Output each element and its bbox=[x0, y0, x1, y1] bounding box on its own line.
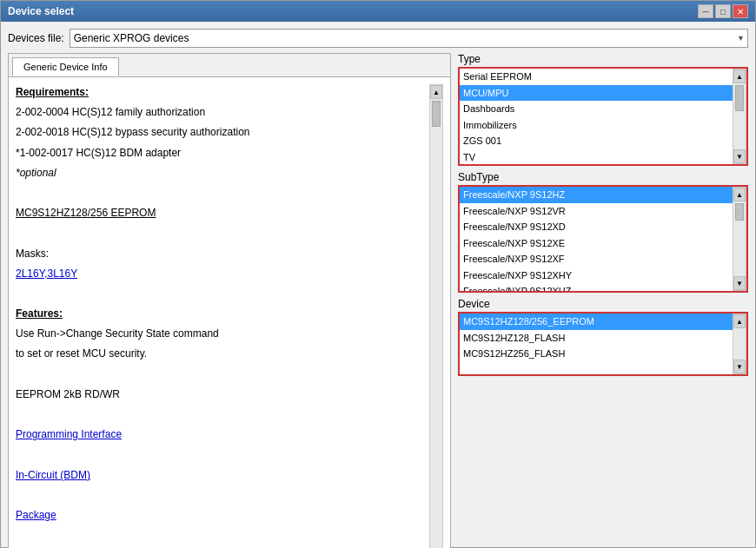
type-item-dashboards[interactable]: Dashboards bbox=[460, 101, 733, 117]
subtype-item-9s12xd[interactable]: Freescale/NXP 9S12XD bbox=[460, 219, 733, 235]
devices-file-label: Devices file: bbox=[8, 32, 64, 44]
device-listbox[interactable]: MC9S12HZ128/256_EEPROM MC9S12HZ128_FLASH… bbox=[460, 314, 733, 374]
scroll-up-btn[interactable]: ▲ bbox=[430, 85, 442, 99]
info-scrollbar[interactable]: ▲ ▼ bbox=[429, 84, 443, 548]
right-panel: Type Serial EEPROM MCU/MPU Dashboards Im… bbox=[458, 53, 748, 548]
tab-content: Requirements: 2-002-0004 HC(S)12 family … bbox=[9, 77, 450, 548]
device-scroll-up[interactable]: ▲ bbox=[733, 314, 746, 328]
tab-header: Generic Device Info bbox=[9, 54, 450, 77]
masks-value[interactable]: 2L16Y,3L16Y bbox=[16, 267, 77, 280]
subtype-scrollbar[interactable]: ▲ ▼ bbox=[733, 187, 746, 291]
device-section: Device MC9S12HZ128/256_EEPROM MC9S12HZ12… bbox=[458, 298, 748, 376]
device-item-256-flash[interactable]: MC9S12HZ256_FLASH bbox=[460, 346, 733, 362]
optional-note: *optional bbox=[16, 165, 426, 182]
req1: 2-002-0004 HC(S)12 family authorization bbox=[16, 104, 426, 121]
tab-generic-device-info[interactable]: Generic Device Info bbox=[12, 57, 119, 76]
req2: 2-002-0018 HC(S)12 bypass security autho… bbox=[16, 124, 426, 141]
device-name: MC9S12HZ128/256 EEPROM bbox=[16, 207, 156, 219]
device-scroll-track bbox=[733, 328, 746, 360]
subtype-item-9s12vr[interactable]: Freescale/NXP 9S12VR bbox=[460, 203, 733, 220]
type-item-tv[interactable]: TV bbox=[460, 149, 733, 165]
type-scroll-track bbox=[733, 83, 746, 149]
type-item-mcu-mpu[interactable]: MCU/MPU bbox=[460, 85, 733, 102]
masks-title: Masks: bbox=[16, 248, 49, 260]
type-label: Type bbox=[458, 53, 748, 65]
type-scroll-down[interactable]: ▼ bbox=[733, 149, 746, 163]
subtype-listbox[interactable]: Freescale/NXP 9S12HZ Freescale/NXP 9S12V… bbox=[460, 187, 733, 291]
window-title: Device select bbox=[8, 5, 74, 17]
device-scrollbar[interactable]: ▲ ▼ bbox=[733, 314, 746, 374]
main-area: Generic Device Info Requirements: 2-002-… bbox=[8, 53, 748, 548]
in-circuit-link[interactable]: In-Circuit (BDM) bbox=[16, 469, 90, 481]
scroll-thumb[interactable] bbox=[432, 101, 441, 127]
devices-file-select[interactable]: Generic XPROG devices bbox=[70, 29, 748, 48]
subtype-list-with-scroll: Freescale/NXP 9S12HZ Freescale/NXP 9S12V… bbox=[460, 187, 746, 291]
spacer bbox=[458, 381, 748, 548]
minimize-button[interactable]: ─ bbox=[698, 4, 713, 18]
subtype-scroll-up[interactable]: ▲ bbox=[733, 188, 746, 201]
type-list-wrapper: Serial EEPROM MCU/MPU Dashboards Immobil… bbox=[458, 67, 748, 166]
subtype-item-9s12xhz[interactable]: Freescale/NXP 9S12XHZ bbox=[460, 283, 733, 291]
device-select-window: Device select ─ □ ✕ Devices file: Generi… bbox=[0, 0, 756, 548]
type-listbox[interactable]: Serial EEPROM MCU/MPU Dashboards Immobil… bbox=[460, 69, 733, 164]
req3: *1-002-0017 HC(S)12 BDM adapter bbox=[16, 145, 426, 162]
subtype-item-9s12hz[interactable]: Freescale/NXP 9S12HZ bbox=[460, 187, 733, 203]
type-scroll-up[interactable]: ▲ bbox=[733, 69, 746, 83]
device-list-with-scroll: MC9S12HZ128/256_EEPROM MC9S12HZ128_FLASH… bbox=[460, 314, 746, 374]
subtype-item-9s12xf[interactable]: Freescale/NXP 9S12XF bbox=[460, 251, 733, 267]
device-scroll-down[interactable]: ▼ bbox=[733, 360, 746, 373]
title-bar: Device select ─ □ ✕ bbox=[1, 1, 755, 22]
scroll-track bbox=[430, 99, 442, 548]
device-item-eeprom[interactable]: MC9S12HZ128/256_EEPROM bbox=[460, 314, 733, 330]
features-title: Features: bbox=[16, 307, 63, 320]
type-item-immobilizers[interactable]: Immobilizers bbox=[460, 117, 733, 134]
subtype-label: SubType bbox=[458, 171, 748, 183]
subtype-scroll-down[interactable]: ▼ bbox=[733, 276, 746, 290]
left-panel: Generic Device Info Requirements: 2-002-… bbox=[8, 53, 451, 548]
title-bar-controls: ─ □ ✕ bbox=[698, 4, 748, 18]
devices-file-select-wrapper: Generic XPROG devices bbox=[70, 29, 748, 48]
device-label: Device bbox=[458, 298, 748, 310]
subtype-scroll-thumb[interactable] bbox=[735, 203, 744, 221]
devices-file-row: Devices file: Generic XPROG devices bbox=[8, 29, 748, 48]
close-button[interactable]: ✕ bbox=[733, 4, 748, 18]
type-section: Type Serial EEPROM MCU/MPU Dashboards Im… bbox=[458, 53, 748, 166]
device-item-128-flash[interactable]: MC9S12HZ128_FLASH bbox=[460, 330, 733, 347]
type-item-zgs001[interactable]: ZGS 001 bbox=[460, 133, 733, 149]
subtype-item-9s12xe[interactable]: Freescale/NXP 9S12XE bbox=[460, 235, 733, 252]
subtype-list-wrapper: Freescale/NXP 9S12HZ Freescale/NXP 9S12V… bbox=[458, 185, 748, 293]
device-list-wrapper: MC9S12HZ128/256_EEPROM MC9S12HZ128_FLASH… bbox=[458, 312, 748, 376]
subtype-section: SubType Freescale/NXP 9S12HZ Freescale/N… bbox=[458, 171, 748, 293]
type-scrollbar[interactable]: ▲ ▼ bbox=[733, 69, 746, 164]
features-text1: Use Run->Change Security State command bbox=[16, 326, 426, 342]
requirements-title: Requirements: bbox=[16, 86, 89, 98]
package-title-link[interactable]: Package bbox=[16, 509, 56, 521]
eeprom-line: EEPROM 2kB RD/WR bbox=[16, 386, 426, 403]
subtype-item-9s12xhy[interactable]: Freescale/NXP 9S12XHY bbox=[460, 267, 733, 284]
info-text-area: Requirements: 2-002-0004 HC(S)12 family … bbox=[16, 84, 429, 548]
type-list-with-scroll: Serial EEPROM MCU/MPU Dashboards Immobil… bbox=[460, 69, 746, 164]
maximize-button[interactable]: □ bbox=[715, 4, 731, 18]
type-scroll-thumb[interactable] bbox=[735, 85, 744, 111]
main-content: Devices file: Generic XPROG devices Gene… bbox=[1, 22, 755, 548]
programming-interface-link[interactable]: Programming Interface bbox=[16, 428, 122, 440]
type-item-serial-eeprom[interactable]: Serial EEPROM bbox=[460, 69, 733, 85]
subtype-scroll-track bbox=[733, 201, 746, 276]
features-text2: to set or reset MCU security. bbox=[16, 346, 426, 362]
